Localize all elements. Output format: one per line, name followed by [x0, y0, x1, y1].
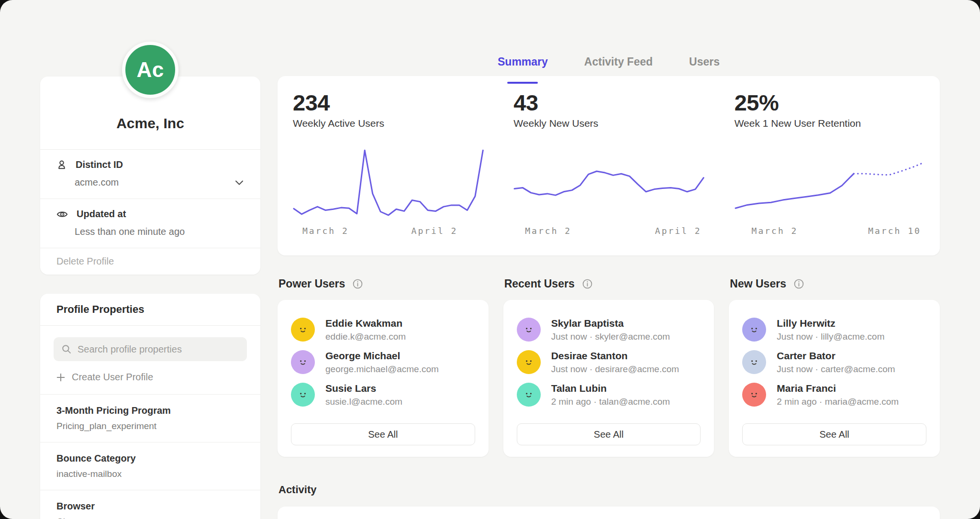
user-subtitle: Just now · lilly@acme.com — [777, 331, 884, 342]
user-card: Eddie Kwakmaneddie.k@acme.comGeorge Mich… — [278, 300, 489, 457]
week1-retention-sparkline — [735, 146, 925, 219]
stat-value: 43 — [513, 89, 704, 116]
property-value: Chrome — [56, 517, 244, 519]
user-name: Maria Franci — [777, 383, 899, 394]
property-value: Pricing_plan_experiment — [56, 421, 244, 431]
company-avatar-initials: Ac — [136, 58, 164, 82]
user-list-item[interactable]: Maria Franci2 min ago · maria@acme.com — [742, 379, 926, 410]
user-avatar — [517, 350, 541, 374]
section-title: New Users — [730, 277, 786, 290]
property-value: inactive-mailbox — [56, 469, 244, 479]
see-all-button[interactable]: See All — [517, 423, 701, 445]
company-avatar: Ac — [122, 42, 178, 98]
x-axis-label: March 2 — [752, 226, 798, 236]
activity-section-title: Activity — [278, 484, 940, 496]
user-section: Recent UsersSkylar BaptistaJust now · sk… — [503, 277, 714, 457]
profile-summary-card: Acme, Inc Distinct ID acme.com — [40, 77, 260, 275]
divider — [40, 325, 260, 326]
property-row[interactable]: 3-Month Pricing Program Pricing_plan_exp… — [40, 395, 260, 442]
distinct-id-row: Distinct ID acme.com — [40, 150, 260, 199]
user-card: Skylar BaptistaJust now · skyler@acme.co… — [503, 300, 714, 457]
user-card: Lilly HerwitzJust now · lilly@acme.comCa… — [729, 300, 940, 457]
create-user-profile-button[interactable]: Create User Profile — [40, 361, 260, 394]
updated-at-label: Updated at — [77, 209, 126, 220]
user-name: Carter Bator — [777, 350, 895, 362]
info-icon[interactable] — [581, 278, 593, 290]
user-name: Lilly Herwitz — [777, 318, 884, 329]
plus-icon — [56, 373, 65, 382]
section-title: Recent Users — [504, 277, 575, 290]
user-list-item[interactable]: George Michaelgeorge.michael@acme.com — [291, 347, 475, 377]
company-name: Acme, Inc — [116, 115, 184, 132]
profile-sidebar: Ac Acme, Inc Distinct ID ac — [40, 0, 260, 519]
property-row[interactable]: Bounce Category inactive-mailbox — [40, 442, 260, 490]
stat-value: 234 — [293, 89, 484, 116]
create-user-profile-label: Create User Profile — [72, 372, 153, 383]
activity-stat: 234 — [278, 507, 498, 519]
user-name: Skylar Baptista — [551, 318, 670, 329]
stat-value: 25% — [735, 89, 925, 116]
user-list-item[interactable]: Desirae StantonJust now · desirare@acme.… — [517, 347, 701, 377]
section-title: Power Users — [278, 277, 345, 290]
info-icon[interactable] — [352, 278, 364, 290]
activity-stat: 240 — [498, 507, 719, 519]
profile-properties-title: Profile Properties — [40, 294, 260, 325]
search-icon — [61, 344, 72, 354]
property-row[interactable]: Browser Chrome — [40, 490, 260, 519]
user-avatar — [742, 350, 766, 374]
see-all-button[interactable]: See All — [742, 423, 926, 445]
profile-properties-search[interactable] — [54, 337, 247, 361]
user-section: Power UsersEddie Kwakmaneddie.k@acme.com… — [278, 277, 489, 457]
stat-weekly-active-users: 234 Weekly Active Users March 2 April 2 — [278, 76, 498, 255]
property-name: Bounce Category — [56, 453, 244, 464]
user-subtitle: Just now · desirare@acme.com — [551, 364, 679, 375]
chevron-down-icon[interactable] — [234, 179, 244, 186]
user-avatar — [517, 383, 541, 407]
tab-users[interactable]: Users — [689, 55, 720, 76]
tab-activity-feed[interactable]: Activity Feed — [584, 55, 653, 76]
user-name: Eddie Kwakman — [325, 318, 406, 329]
user-subtitle: 2 min ago · talan@acme.com — [551, 397, 670, 407]
updated-at-value: Less than one minute ago — [75, 226, 185, 237]
user-avatar — [291, 350, 315, 374]
user-subtitle: susie.l@acme.com — [325, 397, 402, 407]
app-window: Ac Acme, Inc Distinct ID ac — [0, 0, 980, 519]
user-list-item[interactable]: Eddie Kwakmaneddie.k@acme.com — [291, 314, 475, 345]
user-list-item[interactable]: Talan Lubin2 min ago · talan@acme.com — [517, 379, 701, 410]
main-content: Summary Activity Feed Users 234 Weekly A… — [278, 0, 940, 519]
stat-week1-retention: 25% Week 1 New User Retention March 2 Ma… — [719, 76, 940, 255]
activity-card: 234 240 3.4k — [278, 507, 940, 519]
x-axis-label: March 2 — [302, 226, 349, 236]
info-icon[interactable] — [793, 278, 805, 290]
user-subtitle: 2 min ago · maria@acme.com — [777, 397, 899, 407]
user-list-item[interactable]: Lilly HerwitzJust now · lilly@acme.com — [742, 314, 926, 345]
distinct-id-label: Distinct ID — [76, 159, 123, 170]
person-icon — [56, 160, 67, 170]
stat-label: Week 1 New User Retention — [735, 118, 925, 129]
tab-summary[interactable]: Summary — [498, 55, 548, 76]
eye-icon — [56, 210, 68, 219]
user-name: George Michael — [325, 350, 439, 362]
x-axis-label: March 10 — [868, 226, 921, 236]
user-subtitle: eddie.k@acme.com — [325, 331, 406, 342]
distinct-id-value: acme.com — [75, 177, 119, 188]
weekly-active-users-sparkline — [293, 146, 484, 219]
see-all-button[interactable]: See All — [291, 423, 475, 445]
tab-bar: Summary Activity Feed Users — [278, 0, 940, 76]
summary-stats-card: 234 Weekly Active Users March 2 April 2 … — [278, 76, 940, 255]
user-avatar — [517, 318, 541, 342]
user-list-item[interactable]: Skylar BaptistaJust now · skyler@acme.co… — [517, 314, 701, 345]
stat-weekly-new-users: 43 Weekly New Users March 2 April 2 — [498, 76, 719, 255]
user-subtitle: george.michael@acme.com — [325, 364, 439, 375]
property-name: 3-Month Pricing Program — [56, 405, 244, 416]
search-input[interactable] — [78, 344, 239, 355]
user-subtitle: Just now · carter@acme.com — [777, 364, 895, 375]
user-list-item[interactable]: Carter BatorJust now · carter@acme.com — [742, 347, 926, 377]
delete-profile-button[interactable]: Delete Profile — [40, 248, 260, 275]
property-name: Browser — [56, 501, 244, 512]
user-subtitle: Just now · skyler@acme.com — [551, 331, 670, 342]
x-axis-label: March 2 — [525, 226, 571, 236]
activity-stat: 3.4k — [719, 507, 940, 519]
profile-properties-card: Profile Properties Create User Pro — [40, 294, 260, 519]
user-list-item[interactable]: Susie Larssusie.l@acme.com — [291, 379, 475, 410]
